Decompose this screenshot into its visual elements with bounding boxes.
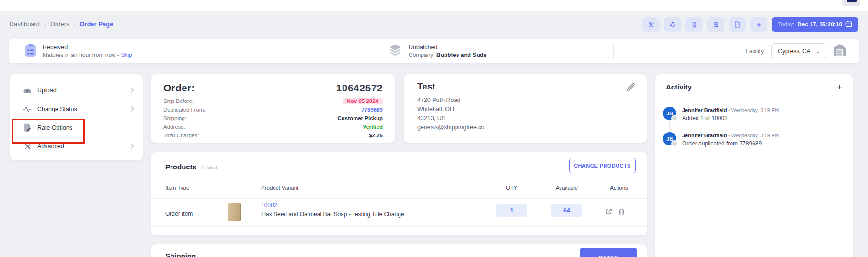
- item-type-cell: Order Item: [165, 211, 193, 217]
- sidebar-item-change-status[interactable]: Change Status: [10, 100, 143, 118]
- plus-icon: +: [757, 21, 761, 29]
- address-line: Whitehall, OH: [417, 105, 633, 114]
- chevron-right-icon: [130, 105, 134, 113]
- order-actions-sidebar: Upload Change Status Rate Options Advanc…: [10, 74, 143, 160]
- separator-dot: •: [729, 108, 730, 113]
- recipient-name: Test: [417, 81, 633, 92]
- products-panel: Products 1 Total CHANGE PRODUCTS Item Ty…: [151, 152, 647, 235]
- charges-button[interactable]: $: [707, 17, 724, 32]
- activity-user-name: Jennifer Bradfield: [682, 133, 727, 138]
- activity-timestamp: Wednesday, 3:19 PM: [731, 133, 779, 138]
- shipping-panel: Shipping RATES: [151, 244, 647, 257]
- avatar: JB: [663, 132, 676, 145]
- products-total-count: 1 Total: [201, 165, 217, 170]
- total-charges-value: $2.25: [369, 133, 383, 138]
- order-row-address: Address: Verified: [163, 123, 383, 131]
- browser-extension-icon: [847, 0, 857, 2]
- skip-link[interactable]: Skip: [121, 52, 132, 58]
- receipt-icon: [690, 21, 698, 29]
- column-header-product-variant: Product Variant: [261, 185, 298, 190]
- recipient-card: Test 4720 Poth Road Whitehall, OH 43213,…: [404, 74, 647, 143]
- delete-trash-icon[interactable]: [618, 208, 625, 216]
- activity-user-name: Jennifer Bradfield: [682, 107, 727, 113]
- divider: [151, 226, 647, 227]
- product-variant-title: Flax Seed and Oatmeal Bar Soap - Testing…: [261, 211, 404, 218]
- company-name: Bubbles and Suds: [436, 52, 487, 58]
- chevron-down-icon: ⌄: [816, 49, 820, 54]
- facility-selected-value: Cypress, CA: [778, 48, 810, 55]
- activity-text: Added 1 of 10002: [682, 114, 779, 123]
- document-icon: [733, 21, 741, 28]
- order-row-shipping: Shipping: Customer Pickup: [163, 114, 383, 123]
- sidebar-item-label: Change Status: [37, 106, 130, 112]
- header-toolbar: $ + Today: Dec 17, 15:20:10: [642, 17, 858, 32]
- row-label: Duplicated From:: [163, 107, 206, 112]
- row-label: Shipping:: [163, 115, 186, 121]
- column-header-item-type: Item Type: [165, 185, 189, 190]
- bug-icon: [669, 21, 677, 29]
- receipt-button[interactable]: [685, 17, 703, 32]
- cloud-upload-icon: [23, 87, 32, 94]
- date-time-button[interactable]: Today: Dec 17, 15:20:10: [772, 17, 858, 32]
- order-status-title: Received: [43, 44, 132, 51]
- separator-dot: •: [729, 134, 730, 138]
- browser-extension-remnant: [842, 0, 860, 6]
- product-sku-link[interactable]: 10002: [261, 202, 277, 209]
- change-products-button[interactable]: CHANGE PRODUCTS: [569, 158, 636, 173]
- add-button[interactable]: +: [750, 17, 767, 32]
- pulse-icon: [23, 106, 32, 112]
- bug-report-button[interactable]: [664, 17, 681, 32]
- order-number: 10642572: [336, 82, 383, 94]
- recipient-email: genesis@shippingtree.co: [417, 123, 633, 132]
- rates-button[interactable]: RATES: [580, 248, 637, 257]
- status-batch-section: Unbatched Company: Bubbles and Suds: [388, 39, 487, 63]
- order-row-duplicated-from: Duplicated From: 7789689: [163, 105, 383, 114]
- facility-label: Facility:: [746, 48, 765, 55]
- status-dot: [671, 115, 678, 122]
- activity-text: Order duplicated from 7789689: [682, 140, 779, 148]
- activity-entry: JB Jennifer Bradfield • Wednesday, 3:19 …: [663, 132, 845, 148]
- sidebar-item-upload[interactable]: Upload: [10, 81, 143, 100]
- order-row-total-charges: Total Charges: $2.25: [163, 131, 383, 140]
- activity-timestamp: Wednesday, 3:19 PM: [731, 107, 779, 113]
- row-label: Address:: [163, 124, 185, 130]
- divider: [613, 43, 614, 59]
- column-header-actions: Actions: [604, 185, 634, 190]
- breadcrumb-separator: ›: [74, 21, 76, 28]
- order-page: Dashboard › Orders › Order Page $ + Toda…: [0, 0, 868, 257]
- breadcrumb-dashboard[interactable]: Dashboard: [10, 21, 40, 28]
- activity-entry: JB Jennifer Bradfield • Wednesday, 3:19 …: [663, 107, 845, 123]
- activity-title: Activity: [666, 83, 692, 91]
- avatar: JB: [663, 107, 676, 120]
- order-row-ship-before: Ship Before: Nov 05 2024: [163, 97, 383, 105]
- divider: [151, 198, 647, 199]
- chevron-right-icon: [130, 142, 134, 151]
- facility-select[interactable]: Cypress, CA ⌄: [771, 43, 826, 59]
- ship-before-badge: Nov 05 2024: [343, 98, 383, 104]
- row-label: Ship Before:: [163, 98, 194, 104]
- divider: [264, 43, 264, 59]
- open-external-icon[interactable]: [605, 208, 613, 216]
- row-label: Total Charges:: [163, 133, 199, 138]
- address-line: 4720 Poth Road: [417, 96, 633, 105]
- support-agent-button[interactable]: [642, 17, 660, 32]
- add-activity-button[interactable]: +: [837, 84, 842, 90]
- facility-section: Facility: Cypress, CA ⌄: [746, 39, 847, 63]
- available-value: 64: [551, 204, 582, 217]
- product-thumbnail: [228, 203, 241, 221]
- layers-batch-icon: [388, 44, 402, 59]
- breadcrumb-separator: ›: [44, 21, 46, 28]
- qty-value[interactable]: 1: [496, 204, 527, 217]
- order-status-subtitle: Matures in an hour from now -: [43, 52, 119, 58]
- document-report-button[interactable]: [729, 17, 746, 32]
- company-label: Company:: [409, 52, 435, 58]
- clipboard-status-icon: [25, 44, 36, 59]
- date-prefix: Today:: [778, 22, 794, 27]
- edit-recipient-button[interactable]: [626, 83, 635, 94]
- breadcrumb-current-order-page: Order Page: [80, 21, 113, 28]
- breadcrumb: Dashboard › Orders › Order Page: [10, 21, 113, 28]
- breadcrumb-orders[interactable]: Orders: [50, 21, 69, 28]
- duplicated-from-link[interactable]: 7789689: [361, 107, 383, 112]
- browser-top-strip: [0, 0, 868, 11]
- sidebar-item-label: Upload: [37, 87, 130, 94]
